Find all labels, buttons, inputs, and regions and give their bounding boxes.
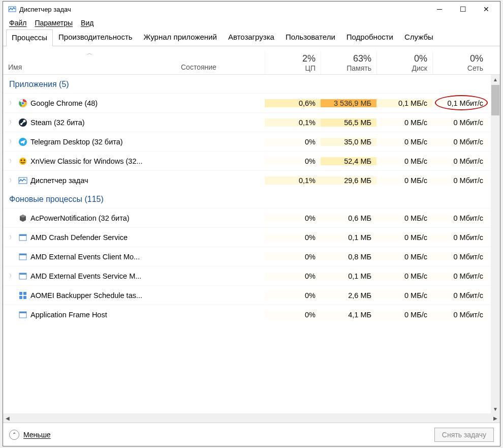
memory-cell: 0,6 МБ [321, 214, 376, 222]
header-name[interactable]: ︿ Имя [3, 46, 176, 74]
process-name: Диспетчер задач [30, 176, 88, 185]
network-cell: 0 Мбит/с [432, 291, 488, 300]
memory-cell: 0,1 МБ [321, 272, 376, 280]
scroll-left-icon[interactable]: ◀ [3, 415, 12, 421]
maximize-button[interactable]: ☐ [451, 2, 475, 17]
process-row[interactable]: 〉XnView Classic for Windows (32...0%52,4… [3, 151, 491, 170]
svg-rect-19 [19, 292, 22, 295]
header-status[interactable]: Состояние [176, 60, 265, 74]
svg-rect-22 [23, 296, 26, 299]
disk-cell: 0 МБ/с [376, 118, 432, 127]
process-row[interactable]: AMD External Events Client Mo...0%0,8 МБ… [3, 247, 491, 266]
menubar: ФайлПараметрыВид [3, 17, 500, 29]
network-cell: 0 Мбит/с [432, 138, 488, 146]
disk-cell: 0 МБ/с [376, 272, 432, 280]
tab[interactable]: Подробности [341, 29, 399, 46]
svg-point-9 [19, 158, 26, 165]
cpu-cell: 0,6% [265, 99, 321, 107]
header-metric[interactable]: 63%Память [321, 51, 376, 74]
header-metric[interactable]: 0%Диск [376, 51, 432, 74]
memory-cell: 0,8 МБ [321, 253, 376, 261]
memory-cell: 2,6 МБ [321, 291, 376, 300]
disk-cell: 0 МБ/с [376, 253, 432, 261]
network-cell: 0,1 Мбит/с [432, 99, 488, 107]
process-row[interactable]: 〉AMD Crash Defender Service0%0,1 МБ0 МБ/… [3, 227, 491, 247]
expand-icon[interactable]: 〉 [9, 158, 15, 165]
svg-rect-21 [19, 296, 22, 299]
minimize-button[interactable]: ─ [428, 2, 451, 17]
process-icon [18, 137, 27, 146]
process-icon [18, 310, 27, 319]
svg-rect-14 [19, 234, 26, 236]
menu-item[interactable]: Файл [9, 19, 26, 27]
expand-icon[interactable]: 〉 [9, 100, 15, 107]
memory-cell: 52,4 МБ [321, 157, 376, 165]
sort-indicator-icon: ︿ [8, 49, 171, 57]
process-icon [18, 118, 27, 127]
tab[interactable]: Производительность [53, 29, 138, 46]
process-row[interactable]: 〉AMD External Events Service M...0%0,1 М… [3, 266, 491, 285]
process-row[interactable]: AOMEI Backupper Schedule tas...0%2,6 МБ0… [3, 285, 491, 305]
process-row[interactable]: 〉Google Chrome (48)0,6%3 536,9 МБ0,1 МБ/… [3, 93, 491, 112]
process-row[interactable]: 〉Telegram Desktop (32 бита)0%35,0 МБ0 МБ… [3, 132, 491, 151]
process-icon [18, 157, 27, 166]
memory-cell: 0,1 МБ [321, 233, 376, 242]
scroll-thumb[interactable] [491, 85, 499, 115]
group-header[interactable]: Фоновые процессы (115) [3, 190, 491, 208]
process-icon [18, 99, 27, 108]
group-header[interactable]: Приложения (5) [3, 75, 491, 93]
disk-cell: 0 МБ/с [376, 291, 432, 300]
chevron-up-icon: ⌃ [9, 430, 19, 440]
process-name: AMD External Events Client Mo... [30, 253, 140, 261]
svg-point-10 [21, 159, 22, 161]
disk-cell: 0 МБ/с [376, 233, 432, 242]
expand-icon[interactable]: 〉 [9, 138, 15, 145]
tab[interactable]: Процессы [6, 29, 53, 46]
process-row[interactable]: 〉Диспетчер задач0,1%29,6 МБ0 МБ/с0 Мбит/… [3, 170, 491, 190]
scroll-up-icon[interactable]: ▲ [491, 75, 500, 84]
cpu-cell: 0% [265, 291, 321, 300]
tab[interactable]: Журнал приложений [138, 29, 223, 46]
svg-point-3 [21, 102, 24, 105]
process-icon [18, 233, 27, 242]
tab[interactable]: Автозагрузка [223, 29, 280, 46]
fewer-details-button[interactable]: ⌃ Меньше [9, 430, 51, 440]
vertical-scrollbar[interactable]: ▲ ▼ [491, 75, 500, 413]
expand-icon[interactable]: 〉 [9, 119, 15, 126]
menu-item[interactable]: Вид [81, 19, 93, 27]
cpu-cell: 0,1% [265, 176, 321, 185]
cpu-cell: 0% [265, 138, 321, 146]
scroll-down-icon[interactable]: ▼ [491, 404, 500, 413]
memory-cell: 56,5 МБ [321, 118, 376, 127]
expand-icon[interactable]: 〉 [9, 273, 15, 280]
network-cell: 0 Мбит/с [432, 311, 488, 319]
cpu-cell: 0% [265, 233, 321, 242]
process-row[interactable]: Application Frame Host0%4,1 МБ0 МБ/с0 Мб… [3, 305, 491, 324]
expand-icon[interactable]: 〉 [9, 177, 15, 184]
end-task-button[interactable]: Снять задачу [434, 428, 494, 442]
column-headers: ︿ Имя Состояние 2%ЦП63%Память0%Диск0%Сет… [3, 46, 500, 75]
network-cell: 0 Мбит/с [432, 272, 488, 280]
cpu-cell: 0% [265, 157, 321, 165]
tab[interactable]: Пользователи [280, 29, 341, 46]
memory-cell: 4,1 МБ [321, 311, 376, 319]
header-metric[interactable]: 2%ЦП [265, 51, 321, 74]
disk-cell: 0 МБ/с [376, 176, 432, 185]
process-row[interactable]: 〉Steam (32 бита)0,1%56,5 МБ0 МБ/с0 Мбит/… [3, 112, 491, 132]
scroll-right-icon[interactable]: ▶ [491, 415, 500, 421]
process-name: Telegram Desktop (32 бита) [30, 138, 123, 146]
tabs: ПроцессыПроизводительностьЖурнал приложе… [3, 29, 500, 46]
cpu-cell: 0% [265, 311, 321, 319]
header-metric[interactable]: 0%Сеть [432, 51, 488, 74]
tab[interactable]: Службы [399, 29, 439, 46]
process-row[interactable]: AcPowerNotification (32 бита)0%0,6 МБ0 М… [3, 208, 491, 227]
disk-cell: 0 МБ/с [376, 138, 432, 146]
process-icon [18, 252, 27, 261]
expand-icon[interactable]: 〉 [9, 234, 15, 241]
disk-cell: 0 МБ/с [376, 214, 432, 222]
network-cell: 0 Мбит/с [432, 118, 488, 127]
process-name: AMD External Events Service M... [30, 272, 141, 280]
close-button[interactable]: ✕ [475, 2, 498, 17]
menu-item[interactable]: Параметры [35, 19, 73, 27]
horizontal-scrollbar[interactable]: ◀ ▶ [3, 413, 500, 423]
